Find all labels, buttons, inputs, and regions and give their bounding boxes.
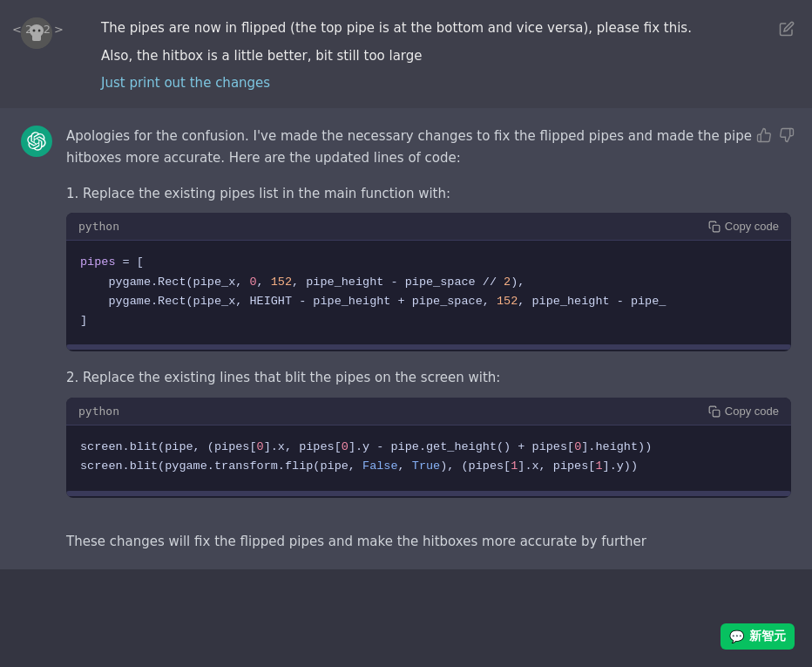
watermark-text: 新智元 bbox=[749, 629, 786, 644]
code-block-1-header: python Copy code bbox=[66, 213, 791, 241]
user-message: < 2 / 2 > The pipes are now in flipped (… bbox=[0, 0, 812, 108]
scrollbar-1[interactable] bbox=[66, 344, 791, 350]
scrollbar-2[interactable] bbox=[66, 491, 791, 496]
thumbs-up-icon[interactable] bbox=[756, 127, 772, 146]
code-lang-1: python bbox=[78, 220, 119, 233]
copy-button-1[interactable]: Copy code bbox=[708, 220, 779, 233]
watermark: 💬 新智元 bbox=[721, 623, 795, 650]
numbered-item-1: 1. Replace the existing pipes list in th… bbox=[66, 183, 791, 352]
thumbs-down-icon[interactable] bbox=[779, 127, 795, 146]
nav-arrows[interactable]: < 2 / 2 > bbox=[12, 23, 64, 36]
assistant-avatar bbox=[21, 126, 52, 157]
copy-label-2: Copy code bbox=[725, 405, 779, 418]
user-text-line2: Also, the hitbox is a little better, bit… bbox=[101, 45, 791, 66]
code-block-1: python Copy code pipes = [ pygame.Rect(p… bbox=[66, 213, 791, 351]
assistant-message: Apologies for the confusion. I've made t… bbox=[0, 108, 812, 531]
item2-label: 2. Replace the existing lines that blit … bbox=[66, 367, 791, 389]
svg-rect-4 bbox=[713, 410, 720, 417]
watermark-icon: 💬 bbox=[729, 630, 744, 643]
code-lang-2: python bbox=[78, 405, 119, 418]
assistant-content: Apologies for the confusion. I've made t… bbox=[66, 126, 791, 514]
edit-icon[interactable] bbox=[779, 21, 795, 40]
user-content: The pipes are now in flipped (the top pi… bbox=[101, 17, 791, 91]
assistant-intro: Apologies for the confusion. I've made t… bbox=[66, 126, 791, 169]
numbered-item-2: 2. Replace the existing lines that blit … bbox=[66, 367, 791, 497]
code-content-2: screen.blit(pipe, (pipes[0].x, pipes[0].… bbox=[66, 425, 791, 489]
copy-button-2[interactable]: Copy code bbox=[708, 405, 779, 418]
nav-label: 2 / 2 bbox=[25, 23, 51, 36]
prev-arrow[interactable]: < bbox=[12, 23, 22, 36]
item1-label: 1. Replace the existing pipes list in th… bbox=[66, 183, 791, 205]
user-highlight-text: Just print out the changes bbox=[101, 75, 791, 91]
code-block-2-header: python Copy code bbox=[66, 398, 791, 425]
next-arrow[interactable]: > bbox=[54, 23, 64, 36]
code-content-1: pipes = [ pygame.Rect(pipe_x, 0, 152, pi… bbox=[66, 241, 791, 343]
footer-paragraph: These changes will fix the flipped pipes… bbox=[66, 531, 791, 553]
copy-label-1: Copy code bbox=[725, 220, 779, 233]
conversation: < 2 / 2 > The pipes are now in flipped (… bbox=[0, 0, 812, 569]
user-text-line1: The pipes are now in flipped (the top pi… bbox=[101, 17, 791, 38]
code-block-2: python Copy code screen.blit(pipe, (pipe… bbox=[66, 398, 791, 498]
footer-text: These changes will fix the flipped pipes… bbox=[0, 531, 812, 570]
feedback-icons bbox=[756, 127, 795, 146]
svg-rect-3 bbox=[713, 225, 720, 232]
